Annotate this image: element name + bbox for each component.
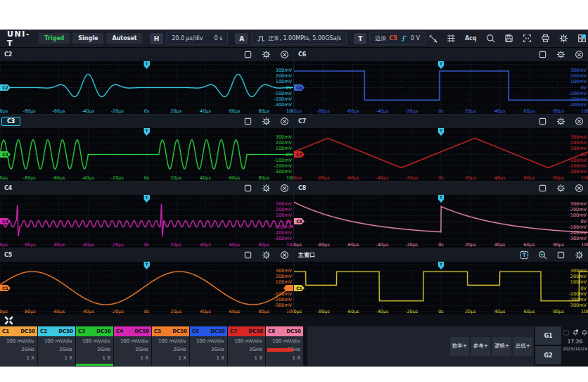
acq-button[interactable]: Acq <box>465 35 477 42</box>
settings-icon[interactable] <box>559 34 568 43</box>
channel-badge-c7[interactable]: C7DC50100 mV/div2GHz1 X <box>228 326 265 366</box>
bell-badge-icon[interactable] <box>572 329 579 336</box>
panel-title-c3[interactable]: C3 <box>1 117 20 126</box>
cursor-icon[interactable] <box>428 34 437 43</box>
checkbox-icon[interactable] <box>538 50 547 59</box>
menu-button-0[interactable]: 数学+ <box>450 337 469 356</box>
waveform-plot-c3[interactable]: TC3300mV200mV100mV0V-100mV-200mV-300mV-1… <box>0 128 293 181</box>
y-axis-label: -200mV <box>274 163 292 169</box>
waveform-svg <box>294 195 588 248</box>
checkbox-icon[interactable] <box>243 250 253 260</box>
waveform-svg <box>294 262 588 314</box>
gear-icon[interactable] <box>262 117 271 126</box>
trigger-box[interactable]: 边沿 C5 0 V <box>369 32 426 45</box>
close-icon[interactable] <box>280 184 289 193</box>
x-axis-label: -60µs <box>347 242 359 248</box>
horizontal-label[interactable]: H <box>150 33 164 44</box>
x-axis-label: -80µs <box>317 108 330 114</box>
gear-icon[interactable] <box>556 117 565 126</box>
g1-button[interactable]: G1 <box>535 326 561 345</box>
single-button[interactable]: Single <box>72 33 103 44</box>
channel-badge-c4[interactable]: C4DC50100 mV/div2GHz1 X <box>114 326 151 366</box>
channel-badge-c1[interactable]: C1DC50100 mV/div2GHz1 X <box>0 326 37 366</box>
gear-icon[interactable] <box>556 184 565 193</box>
close-icon[interactable] <box>575 50 584 59</box>
acquire-label[interactable]: A <box>235 33 248 44</box>
close-icon[interactable] <box>575 184 584 193</box>
save-icon[interactable] <box>504 34 513 43</box>
measure-icon[interactable] <box>447 34 456 43</box>
close-icon[interactable] <box>575 117 584 126</box>
x-axis-label: -100µs <box>294 242 302 248</box>
panel-title-c4[interactable]: C4 <box>4 185 12 191</box>
waveform-plot-main[interactable]: TC1300mV200mV100mV0V-100mV-200mV-300mV-1… <box>294 262 588 314</box>
close-icon[interactable] <box>280 117 289 126</box>
panel-title-main[interactable]: 主窗口 <box>298 251 315 259</box>
gear-icon[interactable] <box>575 250 584 260</box>
channel-badge-c6[interactable]: C6DC50100 mV/div2GHz1 X <box>190 326 227 366</box>
multi-window-close-icon[interactable] <box>4 315 14 326</box>
gear-icon[interactable] <box>262 184 271 193</box>
trigger-box-icon[interactable]: T <box>520 250 529 260</box>
x-axis-label: -80µs <box>317 175 330 181</box>
close-icon[interactable] <box>280 250 289 260</box>
x-axis-label: -40µs <box>376 309 388 314</box>
search-icon[interactable] <box>486 34 495 43</box>
channel-badge-c8[interactable]: C8DC50100 mV/div2GHz1 X <box>266 326 303 366</box>
x-axis-label: 100µs <box>286 242 293 248</box>
panel-title-c7[interactable]: C7 <box>298 118 306 125</box>
panel-title-c2[interactable]: C2 <box>4 51 12 58</box>
checkbox-icon[interactable] <box>538 184 547 193</box>
checkbox-icon[interactable] <box>243 117 253 126</box>
channel-badge-c5[interactable]: C5DC50100 mV/div2GHz1 X <box>152 326 189 366</box>
acquire-box[interactable]: 正常, 1.00MPts, 5.00GSa/s <box>251 32 347 45</box>
panel-header-c6: C6 <box>294 48 588 61</box>
trigger-status-button[interactable]: Triged <box>39 33 70 44</box>
y-axis-label: -200mV <box>274 230 292 236</box>
panel-title-c6[interactable]: C6 <box>298 51 306 58</box>
trigger-label[interactable]: T <box>354 33 366 44</box>
waveform-plot-c6[interactable]: TC6300mV200mV100mV0V-100mV-200mV-300mV-1… <box>294 61 588 114</box>
channel-id: C4 <box>116 329 123 334</box>
print-icon[interactable] <box>541 34 550 43</box>
probe-value: 1 X <box>76 353 113 362</box>
screenshot-icon[interactable] <box>523 34 532 43</box>
channel-badge-c2[interactable]: C2DC50100 mV/div2GHz1 X <box>38 326 75 366</box>
autoset-button[interactable]: Autoset <box>106 33 142 44</box>
channel-id: C7 <box>230 329 237 334</box>
checkbox-icon[interactable] <box>538 117 547 126</box>
waveform-plot-c7[interactable]: TC7300mV200mV100mV0V-100mV-200mV-300mV-1… <box>294 128 588 181</box>
checkbox-icon[interactable] <box>243 50 253 59</box>
menu-button-1[interactable]: 参考+ <box>471 337 490 356</box>
coupling-label: DC50 <box>134 329 149 334</box>
y-axis-label: 0V <box>580 152 587 158</box>
panel-title-c5[interactable]: C5 <box>4 252 12 258</box>
menu-button-2[interactable]: 逻辑+ <box>492 337 511 356</box>
horizontal-box[interactable]: 20.0 µs/div 0 s <box>166 32 228 45</box>
zoom-in-icon[interactable] <box>538 250 547 260</box>
waveform-plot-c5[interactable]: TC5300mV200mV100mV0V-100mV-200mV-300mV-1… <box>0 262 293 314</box>
menu-button-3[interactable]: 总线+ <box>513 337 532 356</box>
x-axis-label: 40µs <box>494 242 506 248</box>
y-axis-label: 200mV <box>276 140 292 146</box>
y-axis-label: 300mV <box>276 68 292 73</box>
x-axis-label: -40µs <box>82 242 94 248</box>
y-axis-label: -100mV <box>274 158 292 163</box>
checkbox-icon[interactable] <box>556 250 565 260</box>
checkbox-icon[interactable] <box>243 184 253 193</box>
layout-icon[interactable] <box>577 34 587 43</box>
gear-icon[interactable] <box>556 50 565 59</box>
channel-badge-c3[interactable]: C3DC50100 mV/div2GHz1 X <box>76 326 113 366</box>
gear-icon[interactable] <box>262 250 271 260</box>
g2-button[interactable]: G2 <box>535 346 561 364</box>
gear-icon[interactable] <box>262 50 271 59</box>
x-axis-label: 100µs <box>581 175 588 181</box>
bell-icon[interactable] <box>581 329 588 336</box>
waveform-plot-c2[interactable]: TC2300mV200mV100mV0V-100mV-200mV-300mV-1… <box>0 61 293 114</box>
y-axis-label: -300mV <box>274 303 292 308</box>
waveform-plot-c4[interactable]: TC4300mV200mV100mV0V-100mV-200mV-300mV-1… <box>0 195 293 248</box>
close-icon[interactable] <box>280 50 289 59</box>
waveform-plot-c8[interactable]: TC8300mV200mV100mV0V-100mV-200mV-300mV-1… <box>294 195 588 248</box>
panel-title-c8[interactable]: C8 <box>298 185 306 191</box>
x-axis-label: -60µs <box>347 175 359 181</box>
